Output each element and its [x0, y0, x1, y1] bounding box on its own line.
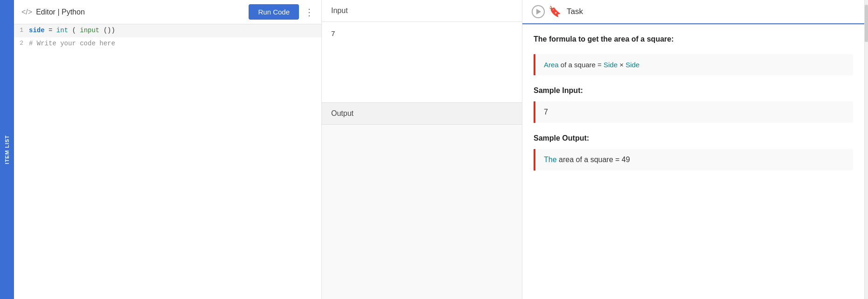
run-code-button[interactable]: Run Code	[249, 4, 299, 20]
play-triangle	[536, 9, 541, 14]
task-body: The formula to get the area of a square:…	[522, 24, 864, 299]
token-comment: # Write your code here	[29, 40, 115, 47]
code-line-2: 2 # Write your code here	[14, 37, 321, 50]
sample-output-box: The area of a square = 49	[534, 149, 853, 171]
editor-header: </> Editor | Python Run Code ⋮	[14, 0, 321, 24]
formula-middle: of a square =	[561, 61, 604, 69]
output-section: Output	[322, 103, 522, 299]
formula-area: Area	[544, 61, 559, 69]
formula-times: ×	[619, 61, 625, 69]
formula-side2: Side	[625, 61, 639, 69]
item-list-sidebar[interactable]: ITEM LIST	[0, 0, 14, 299]
sample-input-value: 7	[544, 108, 548, 116]
task-header: 🔖 Task	[522, 0, 864, 24]
editor-title: Editor | Python	[36, 8, 85, 16]
editor-panel: </> Editor | Python Run Code ⋮ 1 side = …	[14, 0, 322, 299]
task-panel: 🔖 Task The formula to get the area of a …	[522, 0, 864, 299]
sample-output-the: The	[544, 156, 557, 164]
formula-box: Area of a square = Side × Side	[534, 54, 853, 75]
token-int: int	[56, 27, 68, 34]
more-options-icon[interactable]: ⋮	[305, 7, 314, 18]
sample-output-rest: area of a square = 49	[559, 156, 630, 164]
input-header: Input	[322, 0, 522, 22]
editor-title-area: </> Editor | Python	[21, 8, 243, 16]
io-panel: Input 7 Output	[322, 0, 522, 299]
input-value: 7	[322, 22, 522, 45]
formula-side1: Side	[604, 61, 618, 69]
input-section: Input 7	[322, 0, 522, 103]
output-value	[322, 125, 522, 140]
token-paren1: (	[72, 27, 76, 34]
code-line-1: 1 side = int ( input ())	[14, 24, 321, 37]
task-header-icons: 🔖	[532, 5, 561, 18]
token-input: input	[80, 27, 99, 34]
line-number-2: 2	[14, 38, 29, 47]
token-paren2: ())	[104, 27, 115, 34]
task-description: The formula to get the area of a square:	[534, 34, 853, 45]
line-content-1: side = int ( input ())	[29, 25, 115, 34]
sample-output-label: Sample Output:	[534, 134, 853, 142]
play-icon[interactable]	[532, 5, 545, 18]
sample-input-box: 7	[534, 101, 853, 123]
scroll-thumb[interactable]	[865, 5, 868, 42]
right-scrollbar[interactable]	[864, 0, 868, 299]
token-assign: =	[49, 27, 56, 34]
bookmark-icon[interactable]: 🔖	[549, 6, 561, 18]
sample-input-label: Sample Input:	[534, 86, 853, 95]
task-title: Task	[567, 7, 583, 16]
line-number-1: 1	[14, 25, 29, 34]
line-content-2: # Write your code here	[29, 38, 115, 47]
main-container: </> Editor | Python Run Code ⋮ 1 side = …	[14, 0, 868, 299]
item-list-label: ITEM LIST	[4, 135, 10, 164]
output-header: Output	[322, 103, 522, 125]
code-editor-body[interactable]: 1 side = int ( input ()) 2 # Write your …	[14, 24, 321, 299]
token-side: side	[29, 27, 45, 34]
code-lines: 1 side = int ( input ()) 2 # Write your …	[14, 24, 321, 50]
code-editor-icon: </>	[21, 8, 32, 16]
